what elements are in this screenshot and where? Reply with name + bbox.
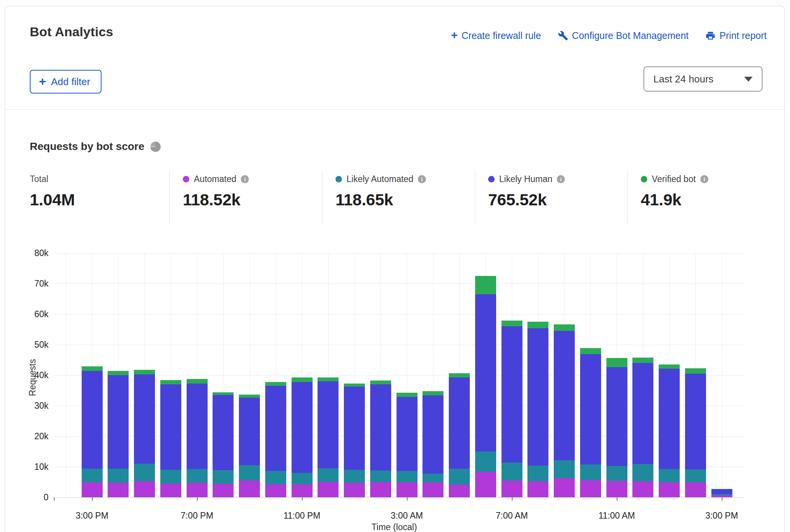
stat-verified-bot: Verified bot i 41.9k xyxy=(641,174,708,209)
divider xyxy=(627,170,628,224)
bar-segment-verified-bot xyxy=(318,377,339,381)
divider xyxy=(475,170,475,224)
action-label: Create firewall rule xyxy=(461,30,541,41)
bar-segment-likely-automated xyxy=(422,474,443,482)
x-tick-mark xyxy=(407,497,408,501)
divider xyxy=(322,170,322,224)
section-title: Requests by bot score xyxy=(30,140,144,153)
bar-segment-verified-bot xyxy=(82,366,103,371)
stat-value: 1.04M xyxy=(30,190,75,209)
bar-segment-likely-automated xyxy=(527,466,548,482)
bar-segment-likely-human xyxy=(318,381,339,468)
bar-segment-verified-bot xyxy=(422,391,443,395)
likely-automated-legend-dot xyxy=(335,176,342,182)
stat-value: 118.52k xyxy=(183,190,249,209)
stat-automated: Automated i 118.52k xyxy=(183,174,249,209)
bar-segment-verified-bot xyxy=(187,379,208,384)
bar-segment-likely-human xyxy=(685,374,706,469)
bar-segment-likely-automated xyxy=(397,471,418,482)
axis-origin-tick xyxy=(54,497,55,501)
bar-segment-likely-human xyxy=(501,326,522,463)
bar-segment-automated xyxy=(160,484,181,497)
pie-chart-icon xyxy=(150,142,161,152)
bar-segment-automated xyxy=(134,481,155,497)
y-tick-label: 30k xyxy=(5,401,48,411)
stat-label: Verified bot xyxy=(652,174,696,184)
x-tick-label: 3:00 PM xyxy=(76,511,108,521)
bar-segment-likely-human xyxy=(397,397,418,471)
bar-segment-automated xyxy=(659,482,680,497)
requests-by-bot-score-chart xyxy=(54,253,745,497)
bar-segment-likely-human xyxy=(134,374,155,464)
bar-segment-likely-human xyxy=(292,382,313,473)
bar-segment-likely-human xyxy=(580,354,601,464)
bar-segment-likely-automated xyxy=(213,470,234,484)
stat-likely-human: Likely Human i 765.52k xyxy=(488,174,565,209)
bar-segment-automated xyxy=(580,480,601,497)
y-tick-label: 70k xyxy=(5,279,48,289)
section-title-row: Requests by bot score xyxy=(30,140,161,153)
bar-segment-automated xyxy=(344,483,365,497)
bar-segment-verified-bot xyxy=(134,370,155,374)
bar-segment-verified-bot xyxy=(475,276,496,294)
bar-segment-automated xyxy=(632,481,653,497)
stat-value: 41.9k xyxy=(641,190,708,209)
bar-segment-automated xyxy=(82,482,103,497)
configure-bot-management-link[interactable]: Configure Bot Management xyxy=(558,30,689,41)
bar-segment-verified-bot xyxy=(685,368,706,374)
bar-segment-automated xyxy=(527,481,548,497)
add-filter-button[interactable]: + Add filter xyxy=(30,70,102,94)
x-tick-mark xyxy=(92,497,93,501)
bar-segment-likely-automated xyxy=(82,469,103,482)
info-icon[interactable]: i xyxy=(700,175,708,183)
create-firewall-rule-link[interactable]: + Create firewall rule xyxy=(451,30,541,41)
bar-segment-automated xyxy=(239,480,260,497)
header-actions: + Create firewall rule Configure Bot Man… xyxy=(451,30,767,41)
bar-segment-likely-automated xyxy=(475,451,496,472)
bar-segment-likely-human xyxy=(82,371,103,469)
bar-segment-automated xyxy=(370,482,391,497)
bar-segment-automated xyxy=(422,482,443,497)
bar-segment-automated xyxy=(475,472,496,497)
bar-segment-likely-human xyxy=(213,395,234,470)
time-range-select[interactable]: Last 24 hours xyxy=(643,66,763,92)
bar-segment-verified-bot xyxy=(397,393,418,397)
bar-segment-verified-bot xyxy=(213,392,234,395)
bar-segment-likely-automated xyxy=(449,469,470,485)
bar-segment-verified-bot xyxy=(265,382,286,386)
gridline-horizontal xyxy=(54,253,745,253)
y-tick-label: 60k xyxy=(5,309,48,319)
bar-segment-likely-human xyxy=(422,395,443,474)
bar-segment-likely-human xyxy=(187,384,208,469)
x-tick-mark xyxy=(617,497,617,501)
bar-segment-likely-automated xyxy=(606,466,627,480)
info-icon[interactable]: i xyxy=(557,175,565,183)
bar-segment-verified-bot xyxy=(659,364,680,369)
stat-label: Automated xyxy=(194,174,236,184)
bar-segment-likely-automated xyxy=(370,471,391,482)
chevron-down-icon xyxy=(744,77,753,82)
bar-segment-likely-automated xyxy=(265,471,286,484)
bar-segment-likely-human xyxy=(160,384,181,470)
add-filter-label: Add filter xyxy=(51,76,90,88)
stat-likely-automated: Likely Automated i 118.65k xyxy=(335,174,426,209)
info-icon[interactable]: i xyxy=(418,175,426,183)
bar-segment-automated xyxy=(397,482,418,497)
info-icon[interactable]: i xyxy=(241,175,249,183)
gridline-horizontal xyxy=(54,284,745,284)
print-report-link[interactable]: Print report xyxy=(705,30,767,41)
bar-segment-likely-human xyxy=(527,328,548,466)
plus-icon: + xyxy=(451,29,458,41)
bar-segment-likely-automated xyxy=(501,463,522,480)
plus-icon: + xyxy=(39,75,46,87)
bar-segment-verified-bot xyxy=(527,322,548,328)
bar-segment-verified-bot xyxy=(108,371,129,375)
x-tick-label: 3:00 AM xyxy=(391,511,423,521)
likely-human-legend-dot xyxy=(488,176,495,182)
y-tick-label: 0 xyxy=(5,492,48,503)
bar-segment-likely-human xyxy=(711,489,732,494)
bar-segment-likely-automated xyxy=(160,470,181,484)
bar-segment-verified-bot xyxy=(160,380,181,384)
bar-segment-likely-automated xyxy=(108,469,129,483)
bot-analytics-card: Bot Analytics + Create firewall rule Con… xyxy=(5,6,785,532)
